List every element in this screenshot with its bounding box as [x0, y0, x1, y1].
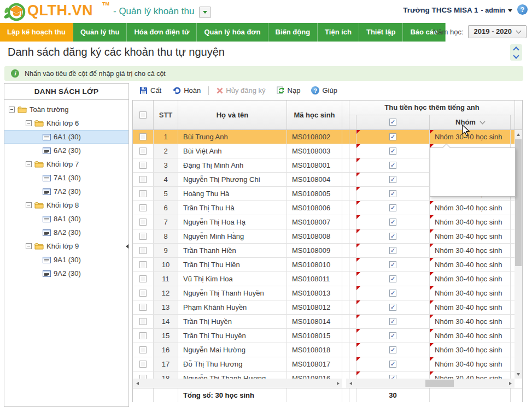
register-cell[interactable] — [356, 343, 430, 357]
row-checkbox[interactable] — [139, 275, 147, 282]
row-checkbox-cell[interactable] — [133, 300, 154, 314]
register-checkbox[interactable] — [389, 304, 396, 311]
register-all-checkbox-cell[interactable] — [356, 115, 430, 129]
row-checkbox[interactable] — [139, 148, 147, 155]
table-row[interactable]: 15 Trần Thị Thu Huyền MS0108015 Nhóm 30-… — [133, 329, 515, 343]
scroll-left-arrow[interactable] — [346, 379, 355, 388]
help-button[interactable]: ? Giúp — [306, 85, 342, 96]
group-cell[interactable]: Nhóm 30-40 học sinh — [430, 329, 511, 343]
row-checkbox[interactable] — [139, 219, 147, 226]
register-all-checkbox[interactable] — [389, 119, 396, 126]
row-checkbox[interactable] — [139, 361, 147, 368]
row-checkbox-cell[interactable] — [133, 258, 154, 272]
tree-item[interactable]: 6A2 (30) — [4, 144, 128, 157]
table-row[interactable]: 10 Trần Thị Thu Hiền MS0108010 Nhóm 30-4… — [133, 258, 515, 272]
nav-tab[interactable]: Quản lý hóa đơn — [197, 23, 268, 42]
nav-tab[interactable]: Thiết lập — [359, 23, 403, 42]
row-checkbox-cell[interactable] — [133, 315, 154, 328]
register-checkbox[interactable] — [389, 332, 396, 339]
row-checkbox-cell[interactable] — [133, 357, 154, 371]
right-horizontal-scrollbar[interactable] — [346, 379, 515, 388]
register-checkbox[interactable] — [389, 133, 396, 140]
table-row[interactable]: 1 Bùi Trung Anh MS0108002 Nhóm 30-40 học… — [133, 130, 515, 144]
register-checkbox[interactable] — [389, 346, 396, 353]
row-checkbox[interactable] — [139, 233, 147, 240]
row-checkbox-cell[interactable] — [133, 229, 154, 243]
tree-item[interactable]: 8A1 (30) — [4, 212, 128, 226]
tree-item[interactable]: 9A2 (30) — [4, 267, 128, 280]
nav-tab[interactable]: Tiện ích — [318, 23, 359, 42]
row-checkbox[interactable] — [139, 290, 147, 297]
group-cell[interactable]: Nhóm 30-40 học sinh — [430, 315, 511, 328]
group-cell[interactable]: Nhóm 30-40 học sinh — [430, 258, 511, 272]
tree-expander-icon[interactable] — [26, 120, 32, 126]
row-checkbox[interactable] — [139, 247, 147, 254]
row-checkbox-cell[interactable] — [133, 158, 154, 172]
group-cell[interactable]: Nhóm 30-40 học sinh — [430, 300, 511, 314]
nav-tab[interactable]: Biến động — [268, 23, 318, 42]
fee-group-title[interactable]: Thu tiền học thêm tiếng anh — [349, 101, 515, 115]
undo-button[interactable]: Hoàn — [167, 85, 206, 96]
tree-expander-icon[interactable] — [9, 107, 15, 113]
tree-expander-icon[interactable] — [26, 202, 32, 208]
table-row[interactable]: 6 Trần Thị Thu Hà MS0108006 Nhóm 30-40 h… — [133, 201, 515, 215]
left-horizontal-scrollbar[interactable] — [133, 379, 342, 388]
column-header-stt[interactable]: STT — [154, 101, 178, 129]
row-checkbox[interactable] — [139, 261, 147, 268]
table-row[interactable]: 9 Trần Thanh Hiền MS0108009 Nhóm 30-40 h… — [133, 244, 515, 258]
register-cell[interactable] — [356, 258, 430, 272]
group-cell[interactable]: Nhóm 30-40 học sinh — [430, 201, 511, 215]
group-cell[interactable]: Nhóm 30-40 học sinh — [430, 244, 511, 257]
register-checkbox[interactable] — [389, 219, 396, 226]
refresh-button[interactable]: Nạp — [272, 85, 306, 96]
row-checkbox-cell[interactable] — [133, 371, 154, 379]
tree-item[interactable]: Khối lớp 6 — [4, 116, 128, 130]
tree-item[interactable]: 7A2 (30) — [4, 185, 128, 198]
dropdown-option[interactable] — [430, 150, 515, 164]
row-checkbox-cell[interactable] — [133, 329, 154, 343]
register-checkbox[interactable] — [389, 375, 396, 379]
vertical-scroll-thumb[interactable] — [515, 139, 522, 266]
table-row[interactable]: 8 Nguyễn Minh Hằng MS0108008 Nhóm 30-40 … — [133, 229, 515, 244]
tree-expander-icon[interactable] — [26, 243, 32, 249]
scroll-right-arrow[interactable] — [334, 379, 342, 388]
scroll-up-arrow[interactable] — [515, 130, 522, 139]
register-checkbox[interactable] — [389, 176, 396, 183]
register-cell[interactable] — [356, 229, 430, 243]
save-button[interactable]: Cất — [135, 85, 166, 96]
row-checkbox[interactable] — [139, 375, 147, 379]
column-header-name[interactable]: Họ và tên — [178, 101, 287, 129]
tree-item[interactable]: 6A1 (30) — [4, 130, 128, 144]
register-cell[interactable] — [356, 144, 430, 158]
register-cell[interactable] — [356, 272, 430, 286]
row-checkbox-cell[interactable] — [133, 343, 154, 357]
register-cell[interactable] — [356, 173, 430, 186]
row-checkbox[interactable] — [139, 176, 147, 183]
nav-tab[interactable]: Quản lý thu — [73, 23, 127, 42]
row-checkbox-cell[interactable] — [133, 215, 154, 229]
tree-item[interactable]: Toàn trường — [4, 103, 128, 116]
register-cell[interactable] — [356, 215, 430, 229]
register-checkbox[interactable] — [389, 148, 396, 155]
group-cell[interactable]: Nhóm 30-40 học sinh — [430, 371, 511, 379]
row-checkbox-cell[interactable] — [133, 244, 154, 257]
table-row[interactable]: 18 Nguyễn Thị Thanh Hương MS0108016 Nhóm… — [133, 371, 515, 379]
select-all-checkbox[interactable] — [139, 111, 147, 119]
register-cell[interactable] — [356, 371, 430, 379]
scroll-left-arrow[interactable] — [133, 379, 142, 388]
cancel-register-button[interactable]: Hủy đăng ký — [212, 85, 270, 96]
table-row[interactable]: 16 Nguyễn Mai Hường MS0108018 Nhóm 30-40… — [133, 343, 515, 357]
group-cell[interactable]: Nhóm 30-40 học sinh — [430, 229, 511, 243]
register-cell[interactable] — [356, 315, 430, 328]
account-menu[interactable]: Trường THCS MISA 1 - admin — [403, 6, 512, 14]
scroll-right-arrow[interactable] — [506, 379, 515, 388]
row-checkbox[interactable] — [139, 204, 147, 211]
register-cell[interactable] — [356, 187, 430, 200]
tree-item[interactable]: 7A1 (30) — [4, 171, 128, 185]
register-cell[interactable] — [356, 300, 430, 314]
register-checkbox[interactable] — [389, 361, 396, 368]
row-checkbox-cell[interactable] — [133, 144, 154, 158]
tree-item[interactable]: Khối lớp 7 — [4, 157, 128, 171]
register-checkbox[interactable] — [389, 247, 396, 254]
row-checkbox-cell[interactable] — [133, 286, 154, 300]
